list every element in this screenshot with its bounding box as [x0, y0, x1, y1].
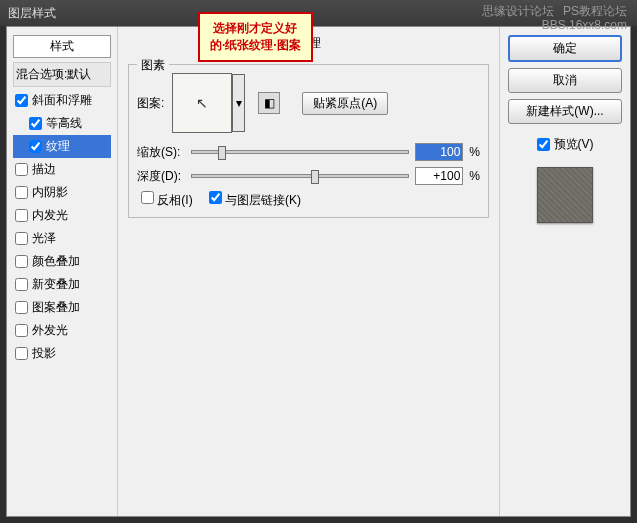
snap-origin-button[interactable]: 贴紧原点(A): [302, 92, 388, 115]
title-text: 图层样式: [8, 5, 56, 22]
depth-slider[interactable]: [191, 174, 409, 178]
chk-satin[interactable]: [15, 232, 28, 245]
fieldset-legend: 图素: [137, 57, 169, 74]
right-column: 确定 取消 新建样式(W)... 预览(V): [500, 27, 630, 516]
opt-inner-shadow[interactable]: 内阴影: [13, 181, 111, 204]
opt-outer-glow[interactable]: 外发光: [13, 319, 111, 342]
depth-value[interactable]: +100: [415, 167, 463, 185]
styles-header[interactable]: 样式: [13, 35, 111, 58]
layer-style-dialog: 样式 混合选项:默认 斜面和浮雕 等高线 纹理 描边 内阴影 内发光: [6, 26, 631, 517]
watermark: 思缘设计论坛 PS教程论坛 BBS.16xx8.com: [482, 4, 627, 33]
link-option[interactable]: 与图层链接(K): [209, 191, 301, 209]
elements-fieldset: 图素 图案: ↖ ▾ ◧ 贴紧原点(A) 缩放(S): 100 % 深度(D):: [128, 64, 489, 218]
depth-unit: %: [469, 169, 480, 183]
opt-bevel[interactable]: 斜面和浮雕: [13, 89, 111, 112]
chk-contour[interactable]: [29, 117, 42, 130]
opt-inner-glow[interactable]: 内发光: [13, 204, 111, 227]
invert-option[interactable]: 反相(I): [141, 191, 193, 209]
opt-pattern-overlay[interactable]: 图案叠加: [13, 296, 111, 319]
chk-invert[interactable]: [141, 191, 154, 204]
opt-drop-shadow[interactable]: 投影: [13, 342, 111, 365]
chk-inner-glow[interactable]: [15, 209, 28, 222]
depth-label: 深度(D):: [137, 168, 185, 185]
ok-button[interactable]: 确定: [508, 35, 622, 62]
opt-color-overlay[interactable]: 颜色叠加: [13, 250, 111, 273]
opt-stroke[interactable]: 描边: [13, 158, 111, 181]
chk-color-overlay[interactable]: [15, 255, 28, 268]
scale-slider[interactable]: [191, 150, 409, 154]
pattern-label: 图案:: [137, 95, 164, 112]
depth-row: 深度(D): +100 %: [137, 167, 480, 185]
chk-stroke[interactable]: [15, 163, 28, 176]
texture-panel: 纹理 图素 图案: ↖ ▾ ◧ 贴紧原点(A) 缩放(S): 100 %: [117, 27, 500, 516]
chk-pattern-overlay[interactable]: [15, 301, 28, 314]
chk-outer-glow[interactable]: [15, 324, 28, 337]
chk-preview[interactable]: [537, 138, 550, 151]
scale-row: 缩放(S): 100 %: [137, 143, 480, 161]
scale-label: 缩放(S):: [137, 144, 185, 161]
styles-list: 样式 混合选项:默认 斜面和浮雕 等高线 纹理 描边 内阴影 内发光: [7, 27, 117, 516]
chk-drop-shadow[interactable]: [15, 347, 28, 360]
new-preset-icon[interactable]: ◧: [258, 92, 280, 114]
pattern-dropdown[interactable]: ▾: [232, 74, 245, 132]
scale-unit: %: [469, 145, 480, 159]
opt-gradient-overlay[interactable]: 新变叠加: [13, 273, 111, 296]
opt-contour[interactable]: 等高线: [13, 112, 111, 135]
chk-link[interactable]: [209, 191, 222, 204]
cancel-button[interactable]: 取消: [508, 68, 622, 93]
chk-gradient-overlay[interactable]: [15, 278, 28, 291]
new-style-button[interactable]: 新建样式(W)...: [508, 99, 622, 124]
chk-texture[interactable]: [29, 140, 42, 153]
blend-options[interactable]: 混合选项:默认: [13, 62, 111, 87]
chk-bevel[interactable]: [15, 94, 28, 107]
opt-texture[interactable]: 纹理: [13, 135, 111, 158]
callout: 选择刚才定义好 的·纸张纹理·图案: [198, 12, 313, 62]
cursor-icon: ↖: [196, 95, 208, 111]
pattern-swatch[interactable]: ↖ ▾: [172, 73, 232, 133]
preview-thumbnail: [537, 167, 593, 223]
scale-value[interactable]: 100: [415, 143, 463, 161]
preview-option[interactable]: 预览(V): [508, 136, 622, 153]
opt-satin[interactable]: 光泽: [13, 227, 111, 250]
chk-inner-shadow[interactable]: [15, 186, 28, 199]
